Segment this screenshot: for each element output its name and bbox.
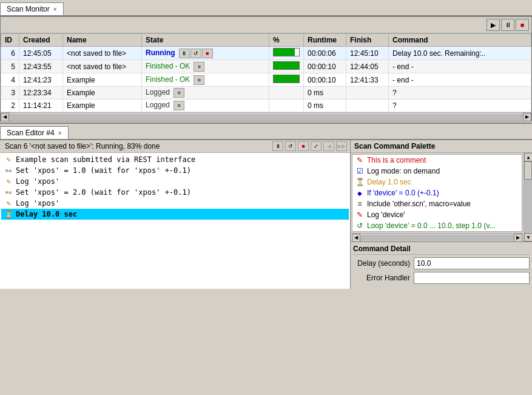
editor-pause-btn[interactable]: ⏸ (272, 141, 283, 151)
editor-back-btn[interactable]: ◀ (323, 141, 334, 151)
palette-item-icon: ◆ (355, 190, 365, 197)
editor-fwd-btn[interactable]: ▶▶ (336, 141, 347, 151)
cell-created: 11:14:21 (19, 100, 63, 112)
palette-item-icon: ≡ (355, 200, 365, 208)
col-header-state: State (142, 34, 269, 47)
cell-created: 12:43:55 (19, 60, 63, 73)
line-icon: ✎ (4, 155, 13, 164)
palette-item-text: Delay 1.0 sec (367, 178, 411, 186)
scan-monitor-tab-label: Scan Monitor (7, 5, 50, 13)
cell-finish: 12:45:10 (346, 47, 389, 60)
stop-button[interactable]: ■ (516, 19, 529, 31)
info-scan-btn[interactable]: ≡ (194, 62, 204, 72)
info-scan-btn[interactable]: ≡ (173, 101, 184, 110)
palette-item[interactable]: ⏳Delay 1.0 sec (352, 177, 522, 187)
info-scan-btn[interactable]: ≡ (194, 75, 204, 85)
cell-name: Example (63, 87, 142, 100)
cell-pct (269, 47, 304, 60)
cell-command: Delay 10.0 sec. Remaining:.. (389, 47, 531, 60)
palette-item[interactable]: ◆If 'device' = 0.0 (+-0.1) (352, 187, 522, 198)
line-icon: ⏳ (4, 210, 13, 218)
editor-content: ✎Example scan submitted via REST interfa… (0, 153, 350, 289)
palette-scroll-right[interactable]: ▶ (514, 234, 522, 242)
info-scan-btn[interactable]: ≡ (173, 88, 184, 98)
editor-line[interactable]: ✎Example scan submitted via REST interfa… (1, 154, 349, 165)
palette-section: Scan Command Palette ✎This is a comment☑… (351, 140, 532, 289)
cell-id: 6 (1, 47, 19, 60)
editor-line[interactable]: ✎Log 'xpos' (1, 198, 349, 209)
line-icon: ✎ (4, 177, 13, 186)
palette-item[interactable]: ☑Log mode: on demand (352, 166, 522, 177)
delay-label: Delay (seconds) (353, 259, 414, 268)
error-handler-input[interactable] (414, 272, 530, 284)
editor-status: Scan 6 '<not saved to file>': Running, 8… (2, 142, 271, 150)
cell-runtime: 00:00:10 (304, 73, 346, 87)
table-row[interactable]: 412:41:23ExampleFinished - OK≡00:00:1012… (1, 73, 531, 87)
palette-scroll-thumb[interactable] (524, 161, 532, 180)
line-icon: ×= (4, 167, 13, 174)
palette-scroll-up[interactable]: ▲ (524, 153, 532, 161)
cell-pct (269, 100, 304, 112)
cell-id: 2 (1, 100, 19, 112)
palette-item[interactable]: ✎Log 'device' (352, 209, 522, 220)
delay-input[interactable] (414, 257, 530, 269)
pause-button[interactable]: ⏸ (501, 19, 514, 31)
scan-monitor-tab-close[interactable]: × (53, 6, 57, 13)
table-row[interactable]: 512:43:55<not saved to file>Finished - O… (1, 60, 531, 73)
palette-item-icon: ✎ (355, 211, 365, 219)
editor-tab-label: Scan Editor #4 (7, 129, 55, 137)
stop-scan-btn[interactable]: ■ (202, 49, 213, 58)
h-scroll-track[interactable] (9, 114, 523, 120)
h-scroll-right[interactable]: ▶ (523, 113, 531, 121)
palette-item-text: Log mode: on demand (367, 167, 440, 175)
command-detail-header: Command Detail (353, 245, 530, 255)
palette-item-text: Loop 'device' = 0.0 ... 10.0, step 1.0 (… (367, 221, 496, 230)
palette-scroll-track-v[interactable] (524, 161, 532, 233)
editor-line[interactable]: ✎Log 'xpos' (1, 176, 349, 187)
editor-stop-btn[interactable]: ■ (298, 141, 309, 151)
editor-line[interactable]: ×=Set 'xpos' = 2.0 (wait for 'xpos' +-0.… (1, 187, 349, 198)
palette-item-icon: ↺ (355, 221, 365, 230)
cell-state: Finished - OK≡ (142, 73, 269, 87)
palette-scroll-track[interactable] (360, 235, 514, 241)
editor-expand-btn[interactable]: ⤢ (311, 141, 322, 151)
line-text: Delay 10.0 sec (16, 210, 77, 218)
h-scroll-left[interactable]: ◀ (1, 113, 9, 121)
refresh-scan-btn[interactable]: ↺ (190, 49, 201, 58)
editor-line[interactable]: ⏳Delay 10.0 sec (1, 209, 349, 220)
palette-scroll-left[interactable]: ◀ (352, 234, 360, 242)
col-header-name: Name (63, 34, 142, 47)
pause-scan-btn[interactable]: ⏸ (179, 49, 190, 58)
editor-tab[interactable]: Scan Editor #4 × (0, 126, 69, 139)
palette-item-icon: ✎ (355, 156, 365, 164)
line-text: Set 'xpos' = 2.0 (wait for 'xpos' +-0.1) (16, 188, 191, 197)
cell-name: Example (63, 100, 142, 112)
cell-pct (269, 73, 304, 87)
palette-item[interactable]: ↺Loop 'device' = 0.0 ... 10.0, step 1.0 … (352, 220, 522, 231)
editor-section: Scan 6 '<not saved to file>': Running, 8… (0, 140, 351, 289)
table-row[interactable]: 612:45:05<not saved to file>Running⏸↺■00… (1, 47, 531, 60)
table-row[interactable]: 211:14:21ExampleLogged≡0 ms? (1, 100, 531, 112)
cell-created: 12:45:05 (19, 47, 63, 60)
palette-list: ✎This is a comment☑Log mode: on demand⏳D… (352, 154, 522, 232)
table-row[interactable]: 312:23:34ExampleLogged≡0 ms? (1, 87, 531, 100)
run-button[interactable]: ▶ (487, 19, 500, 31)
editor-toolbar: Scan 6 '<not saved to file>': Running, 8… (0, 140, 350, 153)
editor-line[interactable]: ×=Set 'xpos' = 1.0 (wait for 'xpos' +-0.… (1, 165, 349, 176)
palette-item[interactable]: ≡Include 'other.scn', macro=value (352, 198, 522, 209)
cell-command: - end - (389, 73, 531, 87)
cell-created: 12:41:23 (19, 73, 63, 87)
editor-refresh-btn[interactable]: ↺ (285, 141, 296, 151)
palette-item-icon: ☑ (355, 167, 365, 175)
scan-monitor-tab[interactable]: Scan Monitor × (0, 2, 64, 15)
palette-h-scroll: ◀ ▶ (352, 233, 522, 241)
cell-runtime: 00:00:06 (304, 47, 346, 60)
editor-palette-section: Scan 6 '<not saved to file>': Running, 8… (0, 140, 532, 289)
cell-command: - end - (389, 60, 531, 73)
palette-header: Scan Command Palette (351, 140, 532, 153)
palette-item[interactable]: ✎This is a comment (352, 155, 522, 166)
cell-state: Running⏸↺■ (142, 47, 269, 60)
palette-item-text: If 'device' = 0.0 (+-0.1) (367, 189, 439, 197)
palette-scroll-down[interactable]: ▼ (524, 233, 532, 241)
editor-tab-close[interactable]: × (58, 130, 62, 137)
